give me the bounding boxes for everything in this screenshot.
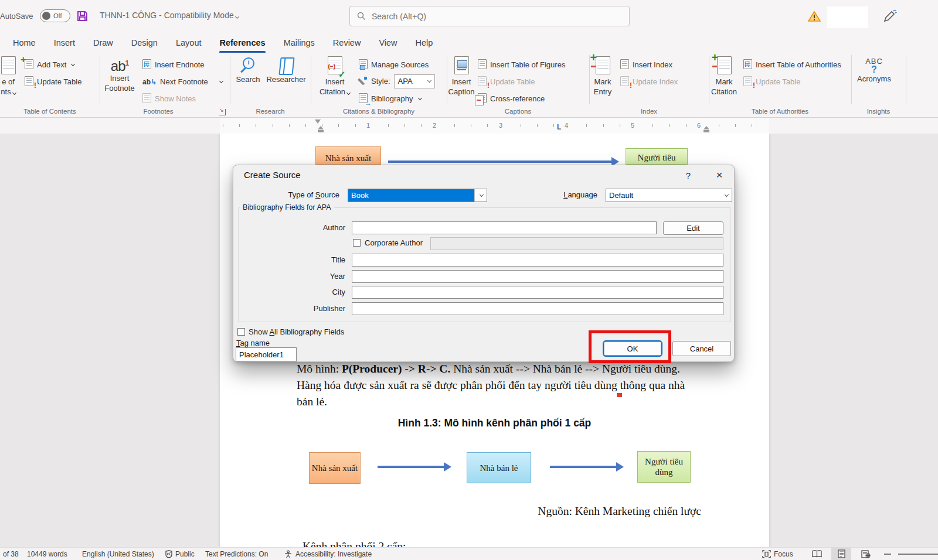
editing-pen-icon[interactable] <box>882 9 898 23</box>
style-dropdown[interactable]: APA <box>394 74 435 88</box>
chevron-down-icon[interactable] <box>719 189 732 202</box>
sensitivity-indicator[interactable]: Public <box>165 548 195 560</box>
chevron-down-icon <box>71 62 75 66</box>
chevron-down-icon <box>346 91 351 95</box>
first-line-indent-marker[interactable] <box>315 119 321 124</box>
edit-button[interactable]: Edit <box>663 221 723 235</box>
figure-source-text: Nguồn: Kênh Marketing chiến lược <box>352 505 701 518</box>
group-label-research: Research <box>230 108 311 115</box>
update-index-button[interactable]: Update Index <box>620 75 678 88</box>
print-layout-button[interactable] <box>831 548 851 560</box>
update-table-icon <box>478 76 487 88</box>
focus-button[interactable]: Focus <box>762 548 793 560</box>
language-dropdown[interactable]: Default <box>606 189 732 202</box>
mark-citation-button[interactable]: Mark Citation <box>705 56 743 97</box>
acronyms-button[interactable]: ABC ? Acronyms <box>855 57 893 84</box>
read-mode-button[interactable] <box>807 548 827 560</box>
tab-draw[interactable]: Draw <box>92 33 114 53</box>
paragraph-line-3: bán lẻ. <box>297 395 327 408</box>
dialog-help-button[interactable]: ? <box>680 168 696 182</box>
text-predictions-indicator[interactable]: Text Predictions: On <box>205 548 268 560</box>
show-all-fields-checkbox[interactable] <box>237 328 245 336</box>
page-indicator[interactable]: of 38 <box>3 548 19 560</box>
insert-endnote-button[interactable]: Insert Endnote <box>142 58 205 71</box>
accessibility-indicator[interactable]: Accessibility: Investigate <box>284 548 372 560</box>
save-icon[interactable] <box>76 10 89 22</box>
hanging-indent-marker[interactable] <box>318 126 324 132</box>
chevron-down-icon <box>12 91 16 95</box>
horizontal-ruler[interactable]: 1 2 3 4 5 6 L <box>0 118 938 134</box>
manage-sources-button[interactable]: Manage Sources <box>359 58 429 71</box>
mark-entry-button[interactable]: Mark Entry <box>585 56 620 97</box>
author-field[interactable] <box>352 221 657 234</box>
tab-layout[interactable]: Layout <box>175 33 203 53</box>
update-authorities-table-button[interactable]: Update Table <box>743 75 800 88</box>
chevron-down-icon <box>219 78 223 83</box>
tab-help[interactable]: Help <box>414 33 434 53</box>
update-table-icon <box>25 76 33 88</box>
search-button[interactable]: Search <box>232 56 264 84</box>
chevron-down-icon <box>418 95 422 100</box>
insert-table-of-authorities-button[interactable]: Insert Table of Authorities <box>743 58 841 71</box>
tab-mailings[interactable]: Mailings <box>283 33 316 53</box>
dialog-close-button[interactable]: × <box>711 168 728 182</box>
publisher-field[interactable] <box>352 302 723 315</box>
tab-view[interactable]: View <box>378 33 398 53</box>
web-layout-button[interactable] <box>856 548 876 560</box>
insert-table-of-figures-button[interactable]: Insert Table of Figures <box>478 58 565 71</box>
mark-entry-icon <box>596 56 610 77</box>
right-indent-marker[interactable] <box>704 126 709 132</box>
group-label-authorities: Table of Authorities <box>709 108 851 115</box>
tab-design[interactable]: Design <box>130 33 159 53</box>
word-count[interactable]: 10449 words <box>27 548 67 560</box>
city-field[interactable] <box>352 286 723 299</box>
search-bar[interactable] <box>349 6 630 26</box>
update-table-icon <box>743 76 752 88</box>
corporate-author-checkbox[interactable] <box>353 239 361 247</box>
table-of-authorities-icon <box>743 59 752 71</box>
cancel-button[interactable]: Cancel <box>672 341 731 356</box>
update-table-button[interactable]: Update Table <box>25 75 81 88</box>
chevron-down-icon[interactable] <box>474 189 487 202</box>
insert-citation-button[interactable]: Insert Citation <box>317 56 353 97</box>
cross-reference-button[interactable]: Cross-reference <box>478 92 545 105</box>
next-footnote-icon: ab↳ <box>142 78 157 86</box>
tab-insert[interactable]: Insert <box>53 33 76 53</box>
paragraph-line-1: Mô hình: P(Producer) -> R-> C. Nhà sản x… <box>297 363 680 375</box>
insert-caption-button[interactable]: Insert Caption <box>443 56 480 97</box>
language-indicator[interactable]: English (United States) <box>82 548 154 560</box>
tab-stop-marker[interactable]: L <box>557 123 561 131</box>
flow-box-retailer: Nhà bán lẻ <box>467 452 531 483</box>
title-field[interactable] <box>352 254 723 267</box>
next-footnote-button[interactable]: ab↳ Next Footnote <box>142 75 223 88</box>
bibliography-button[interactable]: Bibliography <box>359 92 422 105</box>
tab-review[interactable]: Review <box>332 33 362 53</box>
autosave-toggle[interactable]: Off <box>40 9 70 22</box>
tab-references[interactable]: References <box>218 33 266 53</box>
upload-warning-icon[interactable] <box>808 11 821 22</box>
insert-index-button[interactable]: Insert Index <box>620 58 672 71</box>
tag-name-field[interactable] <box>236 347 297 361</box>
author-label: Author <box>233 223 345 232</box>
corporate-author-label: Corporate Author <box>365 238 423 247</box>
table-of-contents-button[interactable]: e of nts <box>0 56 22 97</box>
tab-home[interactable]: Home <box>12 33 37 53</box>
show-notes-button[interactable]: Show Notes <box>142 92 196 105</box>
show-notes-icon <box>142 93 151 105</box>
smart-search-icon <box>240 56 256 74</box>
update-caption-table-button[interactable]: Update Table <box>478 75 535 88</box>
dialog-title: Create Source <box>244 170 301 180</box>
year-field[interactable] <box>352 270 723 283</box>
footnotes-dialog-launcher[interactable] <box>219 109 226 115</box>
insert-footnote-button[interactable]: ab1 Insert Footnote <box>101 56 138 93</box>
document-title[interactable]: THNN-1 CÔNG - Compatibility Mode <box>100 11 239 20</box>
add-text-button[interactable]: Add Text <box>25 58 74 71</box>
paragraph-line-2: Hàng hóa được sản xuất ra sẽ được phân p… <box>297 379 685 392</box>
zoom-slider[interactable] <box>898 554 938 555</box>
zoom-out-button[interactable] <box>884 554 891 555</box>
type-of-source-dropdown[interactable]: Book <box>348 189 487 202</box>
researcher-button[interactable]: Researcher <box>265 56 307 84</box>
ribbon-tabs-row: Home Insert Draw Design Layout Reference… <box>0 33 938 53</box>
flow-box-consumer: Người tiêu dùng <box>637 451 691 483</box>
search-input[interactable] <box>372 12 622 21</box>
